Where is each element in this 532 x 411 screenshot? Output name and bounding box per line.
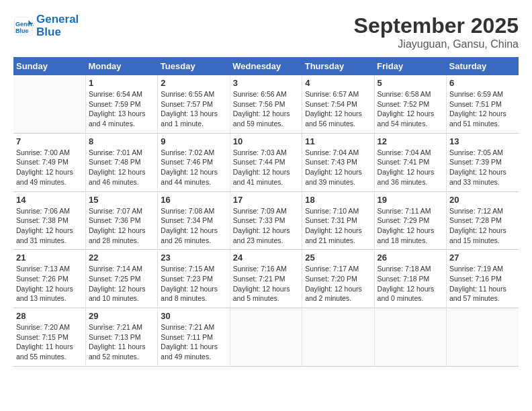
day-info: Sunrise: 7:18 AM Sunset: 7:18 PM Dayligh… (378, 264, 443, 304)
day-info: Sunrise: 7:06 AM Sunset: 7:38 PM Dayligh… (16, 206, 83, 246)
day-info: Sunrise: 7:19 AM Sunset: 7:16 PM Dayligh… (449, 264, 516, 304)
calendar-cell: 26Sunrise: 7:18 AM Sunset: 7:18 PM Dayli… (374, 250, 446, 308)
day-number: 7 (16, 136, 83, 146)
day-info: Sunrise: 7:21 AM Sunset: 7:13 PM Dayligh… (89, 322, 154, 362)
day-info: Sunrise: 7:12 AM Sunset: 7:28 PM Dayligh… (449, 206, 516, 246)
day-info: Sunrise: 7:17 AM Sunset: 7:20 PM Dayligh… (305, 264, 371, 304)
day-number: 10 (233, 136, 299, 146)
day-info: Sunrise: 7:21 AM Sunset: 7:11 PM Dayligh… (161, 322, 226, 362)
day-number: 19 (378, 195, 443, 205)
calendar-cell: 23Sunrise: 7:15 AM Sunset: 7:23 PM Dayli… (158, 250, 230, 308)
day-number: 14 (16, 195, 83, 205)
calendar-cell: 22Sunrise: 7:14 AM Sunset: 7:25 PM Dayli… (85, 250, 157, 308)
day-number: 16 (161, 195, 226, 205)
day-info: Sunrise: 7:00 AM Sunset: 7:49 PM Dayligh… (16, 148, 83, 187)
day-number: 3 (233, 78, 299, 88)
day-info: Sunrise: 7:01 AM Sunset: 7:48 PM Dayligh… (89, 148, 154, 187)
calendar-cell (302, 308, 374, 367)
day-header-monday: Monday (85, 57, 157, 75)
day-number: 25 (305, 253, 371, 263)
calendar-cell: 3Sunrise: 6:56 AM Sunset: 7:56 PM Daylig… (230, 75, 302, 133)
calendar-cell: 6Sunrise: 6:59 AM Sunset: 7:51 PM Daylig… (447, 75, 519, 133)
day-info: Sunrise: 7:04 AM Sunset: 7:41 PM Dayligh… (378, 148, 443, 187)
day-number: 8 (89, 136, 154, 146)
calendar-cell: 12Sunrise: 7:04 AM Sunset: 7:41 PM Dayli… (374, 133, 446, 191)
page-header: General Blue General Blue September 2025… (13, 13, 519, 50)
day-number: 15 (89, 195, 154, 205)
day-info: Sunrise: 6:57 AM Sunset: 7:54 PM Dayligh… (305, 89, 371, 129)
week-row-3: 14Sunrise: 7:06 AM Sunset: 7:38 PM Dayli… (13, 191, 519, 250)
day-info: Sunrise: 7:16 AM Sunset: 7:21 PM Dayligh… (233, 264, 299, 304)
day-number: 29 (89, 311, 154, 321)
calendar-cell (230, 308, 302, 367)
calendar-cell: 25Sunrise: 7:17 AM Sunset: 7:20 PM Dayli… (302, 250, 374, 308)
day-number: 13 (449, 136, 516, 146)
calendar-cell: 8Sunrise: 7:01 AM Sunset: 7:48 PM Daylig… (85, 133, 157, 191)
calendar-cell: 21Sunrise: 7:13 AM Sunset: 7:26 PM Dayli… (13, 250, 85, 308)
day-number: 22 (89, 253, 154, 263)
day-number: 1 (89, 78, 154, 88)
day-info: Sunrise: 7:07 AM Sunset: 7:36 PM Dayligh… (89, 206, 154, 246)
day-info: Sunrise: 7:20 AM Sunset: 7:15 PM Dayligh… (16, 322, 83, 362)
day-number: 17 (233, 195, 299, 205)
day-header-sunday: Sunday (13, 57, 85, 75)
day-number: 4 (305, 78, 371, 88)
day-info: Sunrise: 7:04 AM Sunset: 7:43 PM Dayligh… (305, 148, 371, 187)
day-number: 11 (305, 136, 371, 146)
calendar-cell: 5Sunrise: 6:58 AM Sunset: 7:52 PM Daylig… (374, 75, 446, 133)
day-info: Sunrise: 6:56 AM Sunset: 7:56 PM Dayligh… (233, 89, 299, 129)
day-number: 26 (378, 253, 443, 263)
day-info: Sunrise: 6:55 AM Sunset: 7:57 PM Dayligh… (161, 89, 226, 129)
day-number: 12 (378, 136, 443, 146)
calendar-cell (13, 75, 85, 133)
calendar-subtitle: Jiayuguan, Gansu, China (354, 38, 519, 50)
calendar-cell: 18Sunrise: 7:10 AM Sunset: 7:31 PM Dayli… (302, 191, 374, 250)
day-info: Sunrise: 7:08 AM Sunset: 7:34 PM Dayligh… (161, 206, 226, 246)
calendar-table: SundayMondayTuesdayWednesdayThursdayFrid… (13, 57, 519, 367)
calendar-cell: 9Sunrise: 7:02 AM Sunset: 7:46 PM Daylig… (158, 133, 230, 191)
logo-icon: General Blue (13, 16, 34, 36)
title-block: September 2025 Jiayuguan, Gansu, China (354, 13, 519, 50)
day-info: Sunrise: 7:10 AM Sunset: 7:31 PM Dayligh… (305, 206, 371, 246)
day-header-friday: Friday (374, 57, 446, 75)
calendar-cell: 2Sunrise: 6:55 AM Sunset: 7:57 PM Daylig… (158, 75, 230, 133)
day-info: Sunrise: 7:09 AM Sunset: 7:33 PM Dayligh… (233, 206, 299, 246)
calendar-cell: 27Sunrise: 7:19 AM Sunset: 7:16 PM Dayli… (447, 250, 519, 308)
calendar-cell: 20Sunrise: 7:12 AM Sunset: 7:28 PM Dayli… (447, 191, 519, 250)
logo-text-blue: Blue (36, 26, 79, 39)
day-info: Sunrise: 7:03 AM Sunset: 7:44 PM Dayligh… (233, 148, 299, 187)
calendar-cell: 30Sunrise: 7:21 AM Sunset: 7:11 PM Dayli… (158, 308, 230, 367)
day-info: Sunrise: 6:58 AM Sunset: 7:52 PM Dayligh… (378, 89, 443, 129)
day-number: 23 (161, 253, 226, 263)
calendar-cell: 28Sunrise: 7:20 AM Sunset: 7:15 PM Dayli… (13, 308, 85, 367)
calendar-cell: 7Sunrise: 7:00 AM Sunset: 7:49 PM Daylig… (13, 133, 85, 191)
calendar-cell: 10Sunrise: 7:03 AM Sunset: 7:44 PM Dayli… (230, 133, 302, 191)
day-info: Sunrise: 7:14 AM Sunset: 7:25 PM Dayligh… (89, 264, 154, 304)
day-header-wednesday: Wednesday (230, 57, 302, 75)
day-number: 2 (161, 78, 226, 88)
calendar-cell: 13Sunrise: 7:05 AM Sunset: 7:39 PM Dayli… (447, 133, 519, 191)
day-number: 5 (378, 78, 443, 88)
calendar-cell: 24Sunrise: 7:16 AM Sunset: 7:21 PM Dayli… (230, 250, 302, 308)
week-row-4: 21Sunrise: 7:13 AM Sunset: 7:26 PM Dayli… (13, 250, 519, 308)
day-number: 20 (449, 195, 516, 205)
day-header-row: SundayMondayTuesdayWednesdayThursdayFrid… (13, 57, 519, 75)
week-row-1: 1Sunrise: 6:54 AM Sunset: 7:59 PM Daylig… (13, 75, 519, 133)
day-info: Sunrise: 7:11 AM Sunset: 7:29 PM Dayligh… (378, 206, 443, 246)
day-number: 27 (449, 253, 516, 263)
day-info: Sunrise: 7:13 AM Sunset: 7:26 PM Dayligh… (16, 264, 83, 304)
calendar-cell: 14Sunrise: 7:06 AM Sunset: 7:38 PM Dayli… (13, 191, 85, 250)
day-info: Sunrise: 6:59 AM Sunset: 7:51 PM Dayligh… (449, 89, 516, 129)
day-header-tuesday: Tuesday (158, 57, 230, 75)
day-header-thursday: Thursday (302, 57, 374, 75)
calendar-cell: 17Sunrise: 7:09 AM Sunset: 7:33 PM Dayli… (230, 191, 302, 250)
logo: General Blue General Blue (13, 13, 79, 38)
day-number: 18 (305, 195, 371, 205)
calendar-cell: 4Sunrise: 6:57 AM Sunset: 7:54 PM Daylig… (302, 75, 374, 133)
day-info: Sunrise: 7:05 AM Sunset: 7:39 PM Dayligh… (449, 148, 516, 187)
day-number: 28 (16, 311, 83, 321)
day-info: Sunrise: 7:15 AM Sunset: 7:23 PM Dayligh… (161, 264, 226, 304)
week-row-2: 7Sunrise: 7:00 AM Sunset: 7:49 PM Daylig… (13, 133, 519, 191)
day-number: 30 (161, 311, 226, 321)
day-number: 24 (233, 253, 299, 263)
